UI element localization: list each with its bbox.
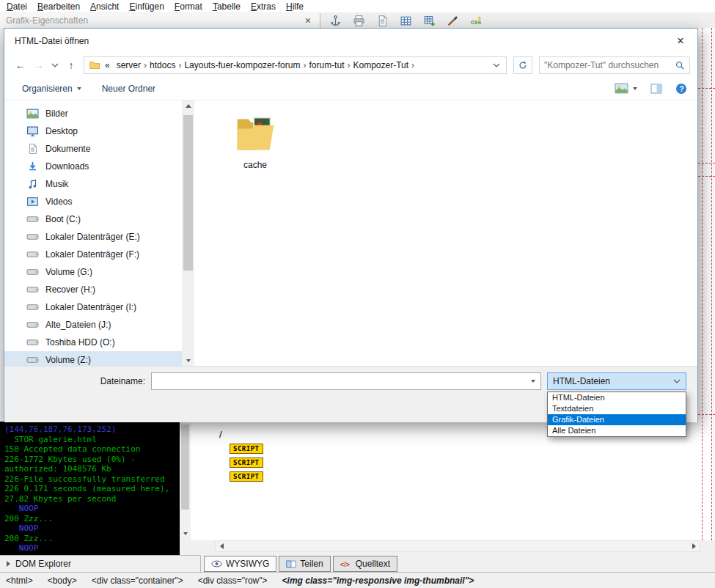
- drive-icon: [26, 231, 39, 243]
- sidebar-item-videos[interactable]: Videos: [4, 193, 182, 210]
- menu-item-bearbeiten[interactable]: Bearbeiten: [32, 1, 85, 12]
- sidebar-item-downloads[interactable]: Downloads: [4, 158, 182, 175]
- filename-input[interactable]: [152, 373, 526, 389]
- preview-pane-button[interactable]: [650, 84, 662, 94]
- tag-item[interactable]: <body>: [48, 576, 77, 586]
- sidebar-item-label: Dokumente: [45, 144, 90, 154]
- page-icon[interactable]: [376, 15, 389, 27]
- printer-icon[interactable]: [353, 15, 365, 27]
- scrollbar-thumb[interactable]: [183, 115, 193, 271]
- sidebar-item-recover-h[interactable]: Recover (H:): [4, 281, 182, 298]
- refresh-button[interactable]: [513, 56, 532, 74]
- navigation-pane: BilderDesktopDokumenteDownloadsMusikVide…: [4, 100, 182, 366]
- anchor-icon[interactable]: [329, 15, 342, 27]
- menu-item-datei[interactable]: Datei: [1, 1, 32, 12]
- script-placeholder[interactable]: SCRIPT: [230, 471, 263, 482]
- sidebar-item-bilder[interactable]: Bilder: [4, 105, 182, 122]
- sidebar-item-label: Volume (G:): [45, 267, 92, 277]
- videos-icon: [26, 196, 39, 207]
- sidebar-item-alte-dateien-j[interactable]: Alte_Dateien (J:): [4, 316, 182, 334]
- filename-history-button[interactable]: [526, 380, 540, 383]
- log-line: NOOP: [4, 543, 180, 554]
- nav-history-icon[interactable]: [51, 63, 59, 67]
- chevron-down-icon: [633, 87, 637, 90]
- drive-icon: [26, 284, 39, 295]
- filetype-option-alle-dateien[interactable]: Alle Dateien: [548, 425, 686, 436]
- breadcrumb-chevron[interactable]: ›: [411, 60, 415, 70]
- view-tabs: WYSIWYGTeilen</>Quelltext: [204, 553, 397, 572]
- script-placeholder[interactable]: SCRIPT: [230, 457, 263, 468]
- breadcrumb-segment-htdocs[interactable]: htdocs: [147, 60, 177, 70]
- table-icon[interactable]: [400, 15, 412, 27]
- tab-wysiwyg[interactable]: WYSIWYG: [204, 556, 276, 572]
- menu-item-tabelle[interactable]: Tabelle: [208, 1, 246, 12]
- sidebar-item-boot-c[interactable]: Boot (C:): [4, 210, 182, 228]
- tag-item[interactable]: <html>: [6, 576, 33, 586]
- sidebar-item-label: Volume (Z:): [45, 355, 91, 365]
- breadcrumb-segments: server›htdocs›Layouts-fuer-kompozer-foru…: [114, 60, 415, 70]
- up-button[interactable]: ↑: [65, 59, 77, 71]
- scroll-down-button[interactable]: [182, 355, 194, 366]
- breadcrumb-segment-server[interactable]: server: [114, 60, 143, 70]
- filename-field[interactable]: [151, 372, 541, 390]
- search-input[interactable]: "Kompozer-Tut" durchsuchen: [539, 56, 690, 74]
- sidebar-item-musik[interactable]: Musik: [4, 175, 182, 193]
- sidebar-item-toshiba-hdd-o[interactable]: Toshiba HDD (O:): [4, 334, 182, 351]
- back-button[interactable]: ←: [15, 59, 26, 71]
- menu-item-format[interactable]: Format: [169, 1, 208, 12]
- menu-item-hilfe[interactable]: Hilfe: [281, 1, 309, 12]
- sidebar-item-lokaler-datentr-ger-e[interactable]: Lokaler Datenträger (E:): [4, 228, 182, 246]
- sidebar-item-dokumente[interactable]: Dokumente: [4, 140, 182, 158]
- help-button[interactable]: ?: [675, 83, 687, 95]
- address-history-button[interactable]: [491, 63, 502, 67]
- tag-item[interactable]: <div class="row">: [198, 576, 268, 586]
- organize-button[interactable]: Organisieren: [22, 84, 81, 94]
- file-item-cache[interactable]: cache: [227, 112, 284, 170]
- tab-quelltext[interactable]: </>Quelltext: [333, 556, 397, 572]
- sidebar-item-volume-z[interactable]: Volume (Z:): [4, 351, 182, 366]
- filetype-option-html-dateien[interactable]: HTML-Dateien: [548, 392, 686, 403]
- log-line: authorized: 1048576 Kb: [4, 464, 180, 474]
- table-add-icon[interactable]: [423, 15, 436, 27]
- scroll-up-button[interactable]: [182, 100, 194, 111]
- menu-item-ansicht[interactable]: Ansicht: [85, 1, 124, 12]
- tab-teilen[interactable]: Teilen: [279, 556, 330, 572]
- dom-explorer-header[interactable]: DOM Explorer: [0, 555, 201, 572]
- sidebar-item-lokaler-datentr-ger-f[interactable]: Lokaler Datenträger (F:): [4, 246, 182, 263]
- organize-label: Organisieren: [22, 84, 73, 94]
- filetype-option-textdateien[interactable]: Textdateien: [548, 403, 686, 414]
- paintbrush-icon[interactable]: [447, 15, 459, 27]
- breadcrumb-overflow-button[interactable]: «: [103, 60, 112, 70]
- breadcrumb[interactable]: « server›htdocs›Layouts-fuer-kompozer-fo…: [84, 56, 507, 74]
- breadcrumb-segment-forum-tut[interactable]: forum-tut: [307, 60, 346, 70]
- menu-item-einf-gen[interactable]: Einfügen: [124, 1, 169, 12]
- change-view-button[interactable]: [615, 83, 637, 94]
- sidebar-item-desktop[interactable]: Desktop: [4, 122, 182, 140]
- breadcrumb-segment-kompozer-tut[interactable]: Kompozer-Tut: [351, 60, 411, 70]
- scrollbar-thumb[interactable]: [181, 425, 189, 510]
- menu-item-extras[interactable]: Extras: [246, 1, 281, 12]
- scroll-down-button[interactable]: [180, 528, 191, 539]
- scroll-left-button[interactable]: [216, 541, 227, 551]
- close-icon[interactable]: ×: [664, 29, 697, 54]
- breadcrumb-segment-layouts-fuer-kompozer-forum[interactable]: Layouts-fuer-kompozer-forum: [182, 60, 302, 70]
- table-border-marker: [702, 28, 703, 540]
- preview-pane-icon: [650, 84, 662, 94]
- search-cue-text: "Kompozer-Tut" durchsuchen: [544, 60, 670, 70]
- tag-item[interactable]: <img class="img-responsive img-thumbnail…: [282, 576, 474, 586]
- forward-button[interactable]: →: [33, 59, 45, 71]
- drive-icon: [26, 249, 39, 260]
- scroll-right-button[interactable]: [688, 541, 700, 551]
- close-icon[interactable]: ×: [305, 15, 320, 26]
- address-bar: ← → ↑ « server›htdocs›Layouts-fuer-kompo…: [4, 54, 697, 77]
- script-placeholder[interactable]: SCRIPT: [230, 444, 263, 454]
- filetype-select[interactable]: HTML-Dateien: [547, 372, 686, 390]
- sidebar-item-lokaler-datentr-ger-i[interactable]: Lokaler Datenträger (I:): [4, 298, 182, 316]
- chevron-down-icon: [531, 380, 535, 383]
- search-icon[interactable]: [675, 60, 685, 70]
- tag-item[interactable]: <div class="container">: [92, 576, 183, 586]
- sidebar-item-volume-g[interactable]: Volume (G:): [4, 263, 182, 281]
- css-icon[interactable]: css: [470, 15, 483, 27]
- filetype-option-grafik-dateien[interactable]: Grafik-Dateien: [548, 414, 686, 425]
- new-folder-button[interactable]: Neuer Ordner: [102, 84, 155, 94]
